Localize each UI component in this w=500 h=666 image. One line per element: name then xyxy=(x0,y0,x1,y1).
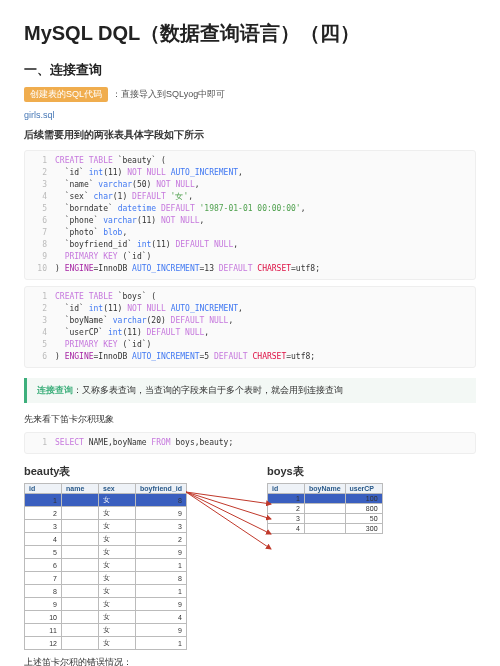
after-tag-text: ：直接导入到SQLyog中即可 xyxy=(112,89,225,99)
page-title: MySQL DQL（数据查询语言）（四） xyxy=(24,20,476,47)
sql-tag: 创建表的SQL代码 xyxy=(24,87,108,102)
tables-row: beauty表 idnamesexboyfriend_id1女82女93女34女… xyxy=(24,460,476,650)
code-line: 6 `phone` varchar(11) NOT NULL, xyxy=(25,215,475,227)
table-row: 9女9 xyxy=(25,598,187,611)
table-row: 350 xyxy=(268,514,383,524)
code-line: 3 `name` varchar(50) NOT NULL, xyxy=(25,179,475,191)
svg-line-0 xyxy=(186,492,271,504)
code-line: 6) ENGINE=InnoDB AUTO_INCREMENT=5 DEFAUL… xyxy=(25,351,475,363)
code-line: 10) ENGINE=InnoDB AUTO_INCREMENT=13 DEFA… xyxy=(25,263,475,275)
svg-line-3 xyxy=(186,492,271,549)
code-block-boys: 1CREATE TABLE `boys` (2 `id` int(11) NOT… xyxy=(24,286,476,368)
table-row: 5女9 xyxy=(25,546,187,559)
code-line: 8 `boyfriend_id` int(11) DEFAULT NULL, xyxy=(25,239,475,251)
svg-line-1 xyxy=(186,492,271,519)
table-row: 7女8 xyxy=(25,572,187,585)
arrows-icon xyxy=(186,484,276,574)
table-row: 2800 xyxy=(268,504,383,514)
boys-title: boys表 xyxy=(267,464,383,479)
intro-line: 创建表的SQL代码：直接导入到SQLyog中即可 xyxy=(24,87,476,102)
table-row: 6女1 xyxy=(25,559,187,572)
code-block-beauty: 1CREATE TABLE `beauty` (2 `id` int(11) N… xyxy=(24,150,476,280)
col-header: sex xyxy=(99,484,136,494)
code-line: 1CREATE TABLE `boys` ( xyxy=(25,291,475,303)
code-line: 4 `userCP` int(11) DEFAULT NULL, xyxy=(25,327,475,339)
cartesian-intro: 先来看下笛卡尔积现象 xyxy=(24,413,476,426)
fields-note: 后续需要用到的两张表具体字段如下所示 xyxy=(24,128,476,142)
beauty-table: idnamesexboyfriend_id1女82女93女34女25女96女17… xyxy=(24,483,187,650)
col-header: id xyxy=(25,484,62,494)
table-row: 12女1 xyxy=(25,637,187,650)
col-header: id xyxy=(268,484,305,494)
callout-text: ：又称多表查询，当查询的字段来自于多个表时，就会用到连接查询 xyxy=(73,385,343,395)
code-line: 3 `boyName` varchar(20) DEFAULT NULL, xyxy=(25,315,475,327)
col-header: name xyxy=(62,484,99,494)
code-line: 2 `id` int(11) NOT NULL AUTO_INCREMENT, xyxy=(25,167,475,179)
code-line: 4 `sex` char(1) DEFAULT '女', xyxy=(25,191,475,203)
cartesian-error-note: 上述笛卡尔积的错误情况： xyxy=(24,656,476,666)
code-line: 5 PRIMARY KEY (`id`) xyxy=(25,339,475,351)
code-line: 1CREATE TABLE `beauty` ( xyxy=(25,155,475,167)
beauty-title: beauty表 xyxy=(24,464,187,479)
col-header: userCP xyxy=(345,484,382,494)
code-line: 1SELECT NAME,boyName FROM boys,beauty; xyxy=(25,437,475,449)
col-header: boyName xyxy=(305,484,346,494)
table-row: 4女2 xyxy=(25,533,187,546)
table-row: 11女9 xyxy=(25,624,187,637)
code-line: 5 `borndate` datetime DEFAULT '1987-01-0… xyxy=(25,203,475,215)
svg-line-2 xyxy=(186,492,271,534)
table-row: 10女4 xyxy=(25,611,187,624)
file-link[interactable]: girls.sql xyxy=(24,110,476,120)
section-heading: 一、连接查询 xyxy=(24,61,476,79)
callout-tag: 连接查询 xyxy=(37,385,73,395)
table-row: 8女1 xyxy=(25,585,187,598)
code-block-select-join: 1SELECT NAME,boyName FROM boys,beauty; xyxy=(24,432,476,454)
code-line: 9 PRIMARY KEY (`id`) xyxy=(25,251,475,263)
table-row: 3女3 xyxy=(25,520,187,533)
callout-join: 连接查询：又称多表查询，当查询的字段来自于多个表时，就会用到连接查询 xyxy=(24,378,476,403)
table-row: 2女9 xyxy=(25,507,187,520)
table-row: 4300 xyxy=(268,524,383,534)
table-row: 1100 xyxy=(268,494,383,504)
code-line: 7 `photo` blob, xyxy=(25,227,475,239)
boys-table: idboyNameuserCP110028003504300 xyxy=(267,483,383,534)
table-row: 1女8 xyxy=(25,494,187,507)
code-line: 2 `id` int(11) NOT NULL AUTO_INCREMENT, xyxy=(25,303,475,315)
col-header: boyfriend_id xyxy=(136,484,187,494)
